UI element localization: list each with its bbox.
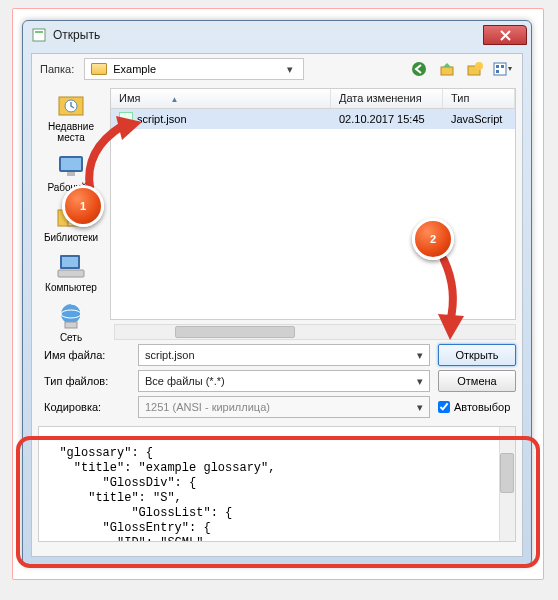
new-folder-icon[interactable]: [464, 58, 486, 80]
column-headers[interactable]: Имя▲ Дата изменения Тип: [111, 89, 515, 109]
folder-label: Папка:: [40, 63, 74, 75]
svg-rect-8: [501, 65, 504, 68]
file-type: JavaScript: [443, 111, 515, 127]
preview-pane: "glossary": { "title": "example glossary…: [38, 426, 516, 542]
filetype-row: Тип файлов: Все файлы (*.*)▾ Отмена: [32, 368, 522, 394]
svg-rect-19: [62, 257, 78, 267]
preview-text: "glossary": { "title": "example glossary…: [39, 427, 515, 542]
svg-rect-23: [65, 322, 77, 328]
callout-1: 1: [62, 185, 104, 227]
col-modified[interactable]: Дата изменения: [331, 89, 443, 108]
place-label: Компьютер: [45, 282, 97, 293]
svg-rect-9: [496, 70, 499, 73]
back-icon[interactable]: [408, 58, 430, 80]
filename-row: Имя файла: script.json▾ Открыть: [32, 342, 522, 368]
filename-input[interactable]: script.json▾: [138, 344, 430, 366]
titlebar: Открыть: [23, 21, 531, 49]
col-type[interactable]: Тип: [443, 89, 515, 108]
svg-point-2: [412, 62, 426, 76]
folder-icon: [91, 63, 107, 75]
folder-bar: Папка: Example ▾: [32, 54, 522, 84]
svg-marker-24: [116, 116, 142, 140]
chevron-down-icon: ▾: [417, 375, 423, 388]
scroll-thumb[interactable]: [500, 453, 514, 493]
place-label: Библиотеки: [44, 232, 98, 243]
svg-rect-6: [494, 63, 506, 75]
svg-rect-0: [33, 29, 45, 41]
svg-marker-25: [438, 314, 464, 340]
autodetect-input[interactable]: [438, 401, 450, 413]
view-menu-icon[interactable]: [492, 58, 514, 80]
filetype-label: Тип файлов:: [44, 375, 130, 387]
filetype-select[interactable]: Все файлы (*.*)▾: [138, 370, 430, 392]
open-button[interactable]: Открыть: [438, 344, 516, 366]
place-label: Сеть: [60, 332, 82, 343]
svg-rect-1: [35, 31, 43, 33]
filename-label: Имя файла:: [44, 349, 130, 361]
encoding-select[interactable]: 1251 (ANSI - кириллица)▾: [138, 396, 430, 418]
window-title: Открыть: [53, 28, 483, 42]
chevron-down-icon: ▾: [283, 63, 297, 76]
svg-rect-7: [496, 65, 499, 68]
svg-point-5: [475, 62, 483, 70]
svg-rect-20: [58, 270, 84, 277]
annotation-arrow-2: [414, 250, 484, 340]
chevron-down-icon: ▾: [417, 401, 423, 414]
svg-rect-3: [441, 67, 453, 75]
cancel-button[interactable]: Отмена: [438, 370, 516, 392]
autodetect-checkbox[interactable]: Автовыбор: [438, 401, 516, 413]
place-computer[interactable]: Компьютер: [34, 249, 108, 295]
close-button[interactable]: [483, 25, 527, 45]
encoding-label: Кодировка:: [44, 401, 130, 413]
encoding-row: Кодировка: 1251 (ANSI - кириллица)▾ Авто…: [32, 394, 522, 420]
file-row[interactable]: script.json 02.10.2017 15:45 JavaScript: [111, 109, 515, 129]
chevron-down-icon: ▾: [417, 349, 423, 362]
callout-2: 2: [412, 218, 454, 260]
nav-icons: [408, 58, 514, 80]
place-network[interactable]: Сеть: [34, 299, 108, 345]
scroll-thumb[interactable]: [175, 326, 295, 338]
app-icon: [31, 27, 47, 43]
folder-dropdown[interactable]: Example ▾: [84, 58, 304, 80]
sort-asc-icon: ▲: [170, 95, 178, 104]
up-icon[interactable]: [436, 58, 458, 80]
folder-name: Example: [113, 63, 156, 75]
file-modified: 02.10.2017 15:45: [331, 111, 443, 127]
col-name[interactable]: Имя▲: [111, 89, 331, 108]
